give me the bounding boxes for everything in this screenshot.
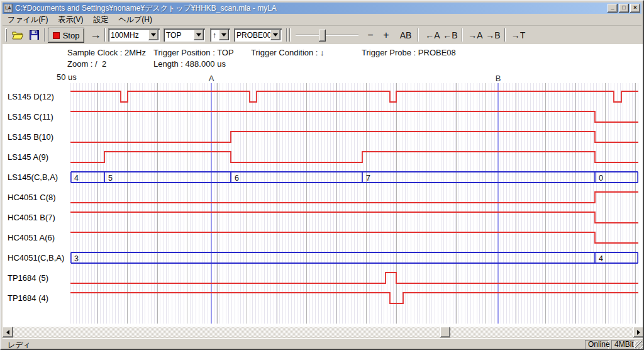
- toolbar-separator: [289, 28, 291, 42]
- info-sample-clock: Sample Clock : 2MHz: [67, 48, 146, 57]
- close-button[interactable]: ×: [630, 4, 640, 13]
- toolbar-grip: [5, 28, 7, 42]
- channel-label: HC4051 B(7): [8, 213, 55, 223]
- status-ready-text: レディ: [8, 340, 31, 350]
- open-file-button[interactable]: [10, 28, 25, 42]
- status-online-badge: Online: [585, 340, 609, 349]
- channel-label: HC4051(C,B,A): [8, 253, 64, 263]
- run-button[interactable]: →: [88, 28, 103, 42]
- stop-label: Stop: [63, 31, 80, 40]
- arrow-right-icon: [637, 330, 640, 335]
- menu-settings[interactable]: 設定: [88, 14, 113, 26]
- info-trigger-probe: Trigger Probe : PROBE08: [362, 48, 456, 57]
- channel-label: LS145 C(11): [8, 112, 53, 122]
- bus-value: 6: [235, 174, 239, 183]
- toolbar-separator: [462, 28, 463, 42]
- sample-clock-combo[interactable]: 100MHz: [108, 28, 160, 42]
- menu-file[interactable]: ファイル(F): [3, 14, 53, 26]
- stop-button[interactable]: Stop: [48, 28, 84, 43]
- app-window: LA C:¥Documents and Settings¥noname¥デスクト…: [0, 0, 644, 350]
- maximize-button[interactable]: □: [619, 4, 629, 13]
- bus-value: 3: [74, 254, 79, 263]
- time-division-label: 50 us: [57, 72, 77, 82]
- open-folder-icon: [12, 31, 23, 40]
- trigger-probe-combo[interactable]: PROBE00: [234, 28, 282, 42]
- app-icon: LA: [4, 4, 13, 13]
- scroll-left-button[interactable]: [3, 327, 13, 337]
- chevron-down-icon[interactable]: [270, 30, 280, 40]
- arrow-left-icon: [6, 330, 9, 335]
- resize-grip[interactable]: [635, 341, 643, 349]
- trigger-position-combo[interactable]: TOP: [164, 28, 205, 42]
- scroll-right-button[interactable]: [633, 327, 644, 337]
- menu-bar: ファイル(F) 表示(V) 設定 ヘルプ(H): [3, 14, 641, 26]
- channel-label: LS145(C,B,A): [8, 172, 58, 183]
- bus-value: 5: [108, 174, 113, 183]
- bus-value: 4: [599, 254, 603, 263]
- trigger-probe-value: PROBE00: [234, 31, 270, 40]
- info-length: Length : 488.000 us: [153, 59, 226, 69]
- horizontal-scrollbar[interactable]: [3, 327, 644, 337]
- chevron-down-icon[interactable]: [219, 30, 229, 40]
- status-memory-badge: 4MBit: [611, 340, 635, 349]
- save-button[interactable]: [26, 28, 42, 42]
- zoom-out-button[interactable]: −: [364, 28, 377, 42]
- channel-label: TP1684 (4): [8, 293, 48, 303]
- channel-label: LS145 D(12): [8, 92, 54, 102]
- chevron-down-icon[interactable]: [194, 30, 204, 40]
- zoom-slider-thumb[interactable]: [319, 30, 326, 42]
- ab-span-button[interactable]: AB: [397, 28, 414, 42]
- status-bar: レディ Online 4MBit: [3, 338, 644, 350]
- toolbar-separator: [504, 28, 506, 42]
- channel-label: HC4051 A(6): [8, 233, 55, 243]
- info-trigger-position: Trigger Position : TOP: [153, 48, 234, 57]
- zoom-in-button[interactable]: +: [380, 28, 392, 42]
- window-title: C:¥Documents and Settings¥noname¥デスクトップ¥…: [15, 3, 606, 14]
- bus-value: 4: [74, 174, 79, 183]
- bus-value: 7: [366, 174, 370, 183]
- waveform-plot[interactable]: 4567034: [70, 83, 638, 324]
- marker-b-label: B: [492, 74, 504, 83]
- channel-label: HC4051 C(8): [8, 193, 56, 203]
- marker-b-left-button[interactable]: ←B: [443, 28, 458, 42]
- toolbar-separator: [286, 28, 287, 42]
- channel-label: TP1684 (5): [8, 273, 48, 283]
- sample-clock-value: 100MHz: [108, 31, 148, 40]
- toolbar: Stop → 100MHz TOP ↑ PROBE00 − + AB ←A: [3, 26, 641, 44]
- marker-a-right-button[interactable]: →A: [468, 28, 483, 42]
- trigger-position-value: TOP: [164, 31, 194, 40]
- menu-help[interactable]: ヘルプ(H): [113, 14, 157, 26]
- menu-view[interactable]: 表示(V): [53, 14, 88, 26]
- marker-b-right-button[interactable]: →B: [486, 28, 501, 42]
- info-zoom: Zoom : / 2: [67, 59, 106, 69]
- info-trigger-condition: Trigger Condition : ↓: [251, 48, 325, 57]
- marker-a-label: A: [205, 74, 218, 83]
- title-bar: LA C:¥Documents and Settings¥noname¥デスクト…: [3, 3, 641, 14]
- channel-label-column: LS145 D(12)LS145 C(11)LS145 B(10)LS145 A…: [8, 83, 70, 324]
- toolbar-separator: [44, 28, 45, 42]
- bus-value: 0: [599, 174, 603, 183]
- channel-label: LS145 B(10): [8, 132, 53, 142]
- channel-label: LS145 A(9): [8, 152, 48, 162]
- toolbar-separator: [104, 28, 106, 42]
- marker-a-left-button[interactable]: ←A: [425, 28, 440, 42]
- scrollbar-thumb[interactable]: [440, 327, 450, 337]
- toolbar-separator: [418, 28, 419, 42]
- minimize-button[interactable]: _: [608, 4, 618, 13]
- zoom-slider[interactable]: [296, 35, 358, 36]
- stop-square-icon: [53, 32, 60, 39]
- trigger-edge-value: ↑: [210, 31, 219, 40]
- trigger-edge-combo[interactable]: ↑: [210, 28, 230, 42]
- chevron-down-icon[interactable]: [148, 30, 158, 40]
- goto-trigger-button[interactable]: →T: [511, 28, 526, 42]
- floppy-disk-icon: [30, 30, 39, 40]
